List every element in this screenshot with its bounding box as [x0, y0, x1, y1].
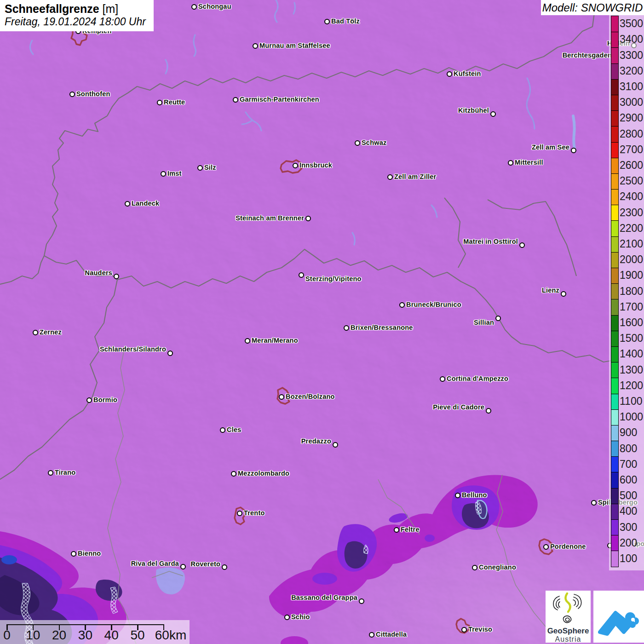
scalebar-label: 30 [77, 628, 93, 643]
terrain-hillshade [0, 0, 644, 644]
colorbar-tick-label: 600 [620, 474, 637, 486]
colorbar-tick-label: 1200 [620, 380, 643, 391]
colorbar-tick-label: 3400 [620, 33, 643, 45]
colorbar-segment [611, 158, 618, 173]
colorbar-segment [611, 315, 618, 331]
title-unit: [m] [103, 2, 119, 15]
weather-map-page: SchongauBad TölzKemptenMurnau am Staffel… [0, 0, 644, 644]
colorbar-tick-label: 2000 [620, 253, 643, 265]
colorbar-segment [611, 142, 618, 158]
map-datetime: Freitag, 19.01.2024 18:00 Uhr [5, 16, 149, 28]
colorbar-segment [611, 252, 618, 268]
title-box: Schneefallgrenze [m] Freitag, 19.01.2024… [0, 0, 154, 31]
scalebar-label: 20 [52, 628, 67, 643]
colorbar [611, 16, 619, 567]
colorbar-segment [611, 95, 618, 110]
colorbar-tick-label: 3300 [620, 49, 643, 61]
colorbar-segment [611, 362, 618, 378]
colorbar-tick-label: 1500 [620, 332, 643, 344]
colorbar-segment [611, 441, 618, 456]
mountain-cloud-icon [593, 591, 644, 643]
colorbar-tick-label: 1400 [620, 348, 643, 360]
colorbar-segment [611, 79, 618, 95]
scale-bar: 0102030405060km [0, 620, 190, 644]
colorbar-tick-label: 1600 [620, 316, 643, 328]
colorbar-segment [611, 189, 618, 205]
map-title: Schneefallgrenze [m] [5, 2, 149, 16]
colorbar-segment [611, 488, 618, 504]
colorbar-tick-label: 2800 [620, 128, 643, 140]
scalebar-label: 0 [0, 628, 15, 643]
colorbar-segment [611, 268, 618, 283]
colorbar-tick-label: 100 [620, 552, 637, 564]
colorbar-segment [611, 394, 618, 409]
colorbar-tick-label: 800 [620, 443, 637, 454]
colorbar-tick-label: 700 [620, 458, 637, 470]
scalebar-label: 50 [130, 628, 145, 643]
colorbar-segment [611, 299, 618, 315]
colorbar-tick-label: 1700 [620, 301, 643, 313]
colorbar-tick-label: 500 [620, 489, 637, 501]
geosphere-name: GeoSphere [546, 627, 591, 635]
colorbar-segment [611, 236, 618, 252]
colorbar-tick-label: 3500 [620, 17, 643, 29]
colorbar-tick-label: 2200 [620, 222, 643, 234]
colorbar-tick-label: 1800 [620, 285, 643, 297]
geosphere-contour-icon [546, 591, 591, 625]
colorbar-tick-label: 2600 [620, 159, 643, 171]
colorbar-tick-label: 2400 [620, 190, 643, 202]
colorbar-segment [611, 456, 618, 472]
colorbar-segment [611, 331, 618, 346]
colorbar-tick-label: 400 [620, 505, 637, 517]
colorbar-segment [611, 47, 618, 63]
colorbar-tick-label: 2700 [620, 144, 643, 155]
colorbar-tick-label: 3100 [620, 80, 643, 92]
geosphere-country: Austria [546, 635, 591, 643]
colorbar-segment [611, 519, 618, 535]
colorbar-segment [611, 425, 618, 441]
colorbar-tick-label: 2500 [620, 175, 643, 187]
colorbar-tick-label: 900 [620, 426, 637, 438]
scalebar-label: 40 [104, 628, 119, 643]
colorbar-segment [611, 378, 618, 393]
model-label: Modell: SNOWGRID [541, 0, 644, 15]
colorbar-tick-label: 2100 [620, 238, 643, 250]
colorbar-segment [611, 16, 618, 32]
colorbar-tick-label: 1300 [620, 364, 643, 376]
scalebar-label: 60km [155, 628, 186, 643]
colorbar-segment [611, 32, 618, 47]
colorbar-segment [611, 173, 618, 189]
colorbar-segment [611, 409, 618, 425]
colorbar-tick-label: 2900 [620, 112, 643, 124]
colorbar-tick-label: 1100 [620, 395, 642, 407]
colorbar-tick-label: 300 [620, 521, 637, 533]
mountain-cloud-logo [593, 591, 644, 643]
colorbar-tick-label: 3200 [620, 65, 643, 77]
colorbar-segment [611, 283, 618, 299]
colorbar-labels: 3500340033003200310030002900280027002600… [620, 16, 644, 566]
scalebar-label: 10 [25, 628, 41, 643]
colorbar-tick-label: 2300 [620, 207, 643, 218]
colorbar-segment [611, 63, 618, 79]
colorbar-segment [611, 504, 618, 519]
colorbar-segment [611, 346, 618, 362]
colorbar-segment [611, 472, 618, 488]
colorbar-segment [611, 535, 618, 551]
colorbar-tick-label: 1000 [620, 411, 643, 423]
colorbar-segment [611, 551, 618, 566]
colorbar-tick-label: 3000 [620, 96, 643, 108]
geosphere-logo: GeoSphere Austria [546, 591, 591, 643]
map-canvas [0, 0, 644, 644]
colorbar-segment [611, 110, 618, 126]
colorbar-segment [611, 205, 618, 220]
colorbar-tick-label: 200 [620, 537, 637, 549]
colorbar-segment [611, 126, 618, 142]
colorbar-segment [611, 220, 618, 236]
colorbar-tick-label: 1900 [620, 269, 643, 281]
title-text: Schneefallgrenze [5, 2, 99, 15]
